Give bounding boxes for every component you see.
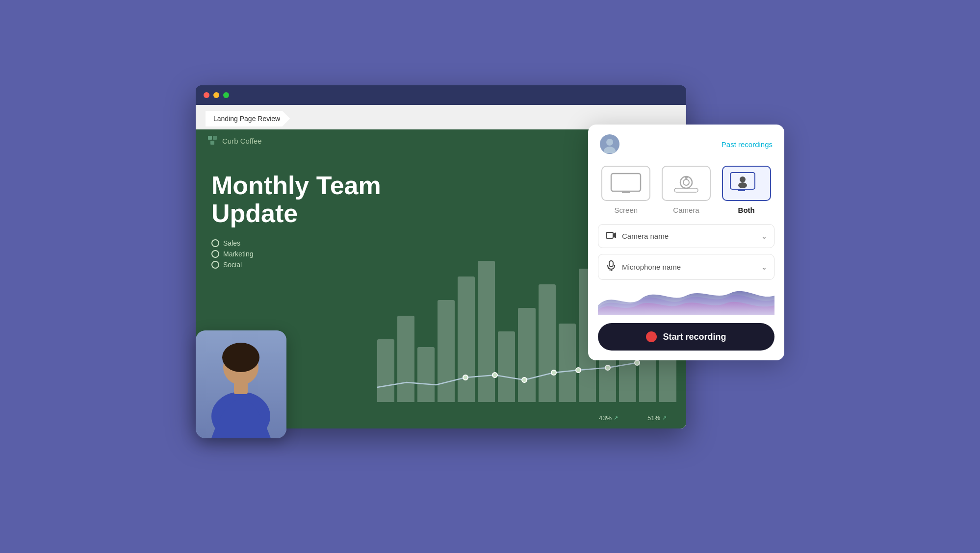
svg-point-7: [576, 368, 581, 373]
person-silhouette: [196, 330, 286, 438]
svg-point-9: [635, 360, 640, 365]
svg-rect-0: [208, 136, 212, 140]
microphone-dropdown-arrow: ⌄: [761, 263, 767, 271]
breadcrumb-label: Landing Page Review: [213, 115, 280, 123]
chart-label-51: 51% ↗: [647, 414, 667, 422]
microphone-icon: [605, 260, 617, 274]
site-logo: Curb Coffee: [207, 135, 262, 146]
svg-rect-23: [606, 232, 613, 238]
pct-51: 51%: [647, 414, 660, 422]
svg-point-22: [738, 182, 747, 188]
camera-icon: [605, 230, 617, 242]
option-camera-label: Camera: [673, 206, 699, 214]
option-both-icon-box: [722, 166, 771, 201]
browser-titlebar: [196, 85, 686, 105]
option-camera-icon-box: [662, 166, 711, 201]
svg-point-11: [606, 139, 613, 146]
svg-point-6: [551, 370, 556, 375]
camera-option-icon: [671, 173, 702, 194]
arrow-up-1: ↗: [614, 415, 618, 421]
panel-header: Past recordings: [588, 125, 784, 162]
list-bullet: [211, 261, 219, 269]
mic-dropdown-icon: [607, 260, 616, 271]
list-bullet: [211, 250, 219, 258]
svg-rect-13: [611, 174, 641, 191]
option-screen[interactable]: Screen: [600, 166, 652, 214]
arrow-up-2: ↗: [662, 415, 667, 421]
list-label-marketing: Marketing: [223, 250, 253, 258]
option-camera[interactable]: Camera: [660, 166, 713, 214]
person-avatar: [196, 330, 286, 438]
list-label-social: Social: [223, 261, 242, 269]
visualizer-svg: [598, 286, 774, 315]
svg-point-21: [740, 176, 746, 182]
microphone-dropdown-text: Microphone name: [622, 263, 756, 271]
record-dot-icon: [646, 331, 657, 342]
camera-dropdown-text: Camera name: [622, 232, 756, 240]
chart-label-43: 43% ↗: [599, 414, 618, 422]
site-logo-text: Curb Coffee: [222, 137, 262, 145]
main-layout: Landing Page Review Curb Coffee: [196, 85, 784, 468]
camera-dropdown-icon: [606, 231, 617, 239]
svg-rect-25: [609, 261, 613, 267]
option-both[interactable]: Both: [720, 166, 773, 214]
svg-rect-1: [213, 136, 217, 140]
past-recordings-link[interactable]: Past recordings: [722, 140, 773, 149]
svg-point-17: [685, 176, 688, 179]
microphone-dropdown[interactable]: Microphone name ⌄: [598, 254, 774, 280]
screen-option-icon: [610, 173, 642, 194]
svg-rect-32: [234, 382, 248, 394]
svg-point-30: [222, 343, 259, 372]
option-both-label: Both: [738, 206, 755, 214]
camera-dropdown[interactable]: Camera name ⌄: [598, 224, 774, 248]
svg-rect-14: [622, 191, 630, 193]
browser-dot-close[interactable]: [204, 92, 209, 98]
svg-point-3: [463, 375, 468, 380]
camera-dropdown-arrow: ⌄: [761, 232, 767, 240]
both-option-icon: [729, 172, 764, 195]
browser-dot-maximize[interactable]: [223, 92, 229, 98]
avatar-svg: [601, 135, 619, 153]
svg-point-5: [522, 377, 527, 382]
option-screen-icon-box: [601, 166, 650, 201]
svg-point-4: [492, 373, 497, 377]
recording-panel: Past recordings Screen: [588, 125, 784, 360]
breadcrumb-tab[interactable]: Landing Page Review: [206, 111, 290, 126]
pct-43: 43%: [599, 414, 612, 422]
record-type-options: Screen Camera: [588, 162, 784, 224]
start-recording-button[interactable]: Start recording: [598, 323, 774, 351]
start-recording-label: Start recording: [663, 332, 726, 342]
list-bullet: [211, 239, 219, 247]
svg-point-8: [605, 365, 610, 370]
svg-point-16: [683, 179, 689, 185]
svg-rect-20: [738, 189, 745, 191]
user-avatar: [600, 134, 619, 154]
option-screen-label: Screen: [615, 206, 638, 214]
svg-rect-2: [210, 141, 214, 145]
list-label-sales: Sales: [223, 239, 240, 247]
audio-visualizer: [598, 286, 774, 315]
chart-labels: 43% ↗ 51% ↗: [599, 414, 667, 422]
logo-icon: [207, 135, 218, 146]
browser-dot-minimize[interactable]: [213, 92, 219, 98]
